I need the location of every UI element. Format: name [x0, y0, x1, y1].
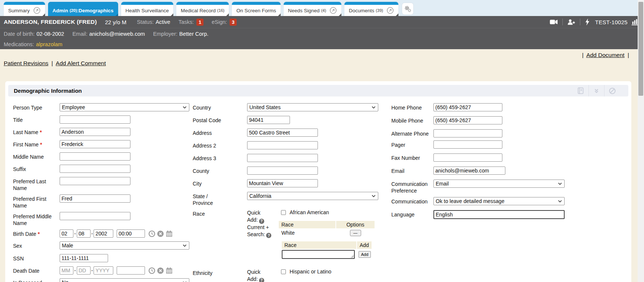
pager-input[interactable] — [433, 140, 502, 149]
ssn-input[interactable] — [60, 254, 108, 262]
birth-time-input[interactable] — [117, 229, 145, 238]
tab-medical-record[interactable]: Medical Record (16) — [176, 2, 229, 16]
fax-number-input[interactable] — [433, 153, 502, 162]
add-person-icon[interactable] — [567, 19, 575, 25]
collapse-button[interactable] — [588, 85, 604, 96]
county-input[interactable] — [247, 167, 318, 175]
chevron-down-icon — [372, 106, 376, 109]
add-race-button[interactable]: Add — [359, 251, 371, 258]
medications-value[interactable]: alprazolam — [36, 41, 62, 47]
home-phone-input[interactable] — [433, 103, 502, 111]
death-day-input[interactable] — [77, 266, 91, 275]
add-column-header: Add — [357, 241, 372, 249]
death-year-input[interactable] — [94, 266, 113, 275]
disable-button[interactable] — [604, 85, 620, 96]
add-document-link[interactable]: Add Document — [586, 52, 625, 58]
state-province-select[interactable]: California — [247, 192, 378, 200]
tasks-badge[interactable]: 1 — [196, 19, 203, 26]
tab-summary[interactable]: Summary — [4, 2, 45, 16]
mobile-phone-input[interactable] — [433, 116, 502, 124]
preferred-middle-name-input[interactable] — [60, 212, 130, 220]
clock-icon[interactable] — [148, 267, 155, 274]
chevron-down-icon — [372, 195, 376, 197]
question-mark-icon[interactable]: ? — [259, 219, 264, 224]
death-time-input[interactable] — [117, 266, 145, 275]
ethnicity-quick-add-help: Quick Add:? — [247, 269, 272, 282]
language-input[interactable] — [433, 210, 565, 219]
suffix-input[interactable] — [60, 165, 130, 173]
address-input[interactable] — [247, 129, 318, 137]
tab-settings-button[interactable] — [402, 3, 413, 15]
dob-label: Date of birth: — [4, 31, 35, 37]
clock-icon[interactable] — [148, 230, 155, 237]
middle-name-input[interactable] — [60, 152, 130, 161]
state-province-value: California — [249, 193, 271, 199]
video-camera-icon[interactable] — [550, 19, 558, 25]
country-select[interactable]: United States — [247, 103, 378, 111]
county-label: County — [193, 167, 247, 174]
calendar-icon[interactable] — [165, 230, 173, 237]
pipe: | — [51, 60, 53, 66]
patient-revisions-link[interactable]: Patient Revisions — [4, 60, 48, 66]
tab-admin-demographics[interactable]: Admin (20) :Demographics — [48, 2, 118, 16]
flash-icon[interactable] — [585, 18, 590, 26]
collapse-icon — [593, 87, 600, 94]
clear-icon[interactable] — [157, 267, 164, 274]
date-separator: - — [91, 267, 93, 273]
last-name-input[interactable] — [60, 128, 130, 136]
demographics-column-left: Person Type Employee Title Last Name* Fi… — [13, 103, 192, 282]
postal-code-input[interactable] — [247, 116, 290, 124]
calendar-icon[interactable] — [165, 267, 173, 274]
remove-race-button[interactable]: — — [350, 230, 361, 236]
tab-on-screen-forms[interactable]: On Screen Forms — [232, 2, 281, 16]
country-value: United States — [249, 104, 281, 110]
email-label: Email: — [72, 31, 87, 37]
preferred-first-name-input[interactable] — [60, 194, 130, 203]
birth-year-input[interactable] — [94, 229, 113, 238]
hispanic-or-latino-checkbox[interactable] — [281, 269, 286, 274]
mobile-phone-label: Mobile Phone — [391, 116, 433, 124]
popout-icon[interactable] — [33, 7, 41, 14]
death-month-input[interactable] — [60, 266, 73, 275]
sex-label: Sex — [13, 241, 60, 249]
ledger-button[interactable] — [572, 85, 588, 96]
tab-health-surveillance[interactable]: Health Surveillance — [121, 2, 173, 16]
address3-input[interactable] — [247, 154, 318, 162]
birth-day-input[interactable] — [77, 229, 91, 238]
tab-corner-fold — [42, 13, 45, 16]
tab-documents[interactable]: Documents (39) — [344, 2, 398, 16]
ledger-icon — [577, 87, 584, 95]
first-name-input[interactable] — [60, 140, 130, 148]
vertical-scrollbar[interactable] — [638, 0, 644, 282]
tasks-label: Tasks: — [179, 19, 194, 25]
race-add-column-header: Race — [282, 241, 356, 249]
african-american-label: African American — [290, 209, 329, 215]
communication-select[interactable]: Ok to leave detailed message — [433, 197, 565, 205]
race-search-input[interactable] — [282, 250, 355, 259]
demographics-column-middle: Country United States Postal Code Addres… — [193, 103, 391, 282]
question-mark-icon[interactable]: ? — [266, 233, 271, 238]
esign-badge[interactable]: 3 — [230, 19, 237, 26]
person-type-select[interactable]: Employee — [60, 103, 189, 111]
ethnicity-options: Hispanic or Latino — [281, 269, 331, 279]
city-input[interactable] — [247, 179, 318, 187]
clear-icon[interactable] — [157, 230, 164, 237]
tab-needs-signed[interactable]: Needs Signed (4) — [284, 2, 341, 16]
sex-select[interactable]: Male — [60, 241, 189, 250]
title-input[interactable] — [60, 115, 130, 124]
preferred-last-name-input[interactable] — [60, 177, 130, 185]
email-input[interactable] — [433, 167, 505, 175]
tab-count: (20) — [70, 8, 77, 13]
tab-label: Needs Signed — [288, 8, 320, 13]
is-deceased-select[interactable]: No — [60, 278, 189, 282]
scrollbar-thumb[interactable] — [638, 2, 643, 96]
address2-input[interactable] — [247, 141, 318, 149]
african-american-checkbox[interactable] — [281, 210, 286, 215]
add-alert-comment-link[interactable]: Add Alert Comment — [56, 60, 106, 66]
popout-icon[interactable] — [386, 7, 394, 14]
question-mark-icon[interactable]: ? — [259, 278, 264, 282]
birth-month-input[interactable] — [60, 229, 73, 238]
popout-icon[interactable] — [329, 7, 337, 14]
alternate-phone-input[interactable] — [433, 129, 502, 137]
communication-preference-select[interactable]: Email — [433, 180, 565, 188]
